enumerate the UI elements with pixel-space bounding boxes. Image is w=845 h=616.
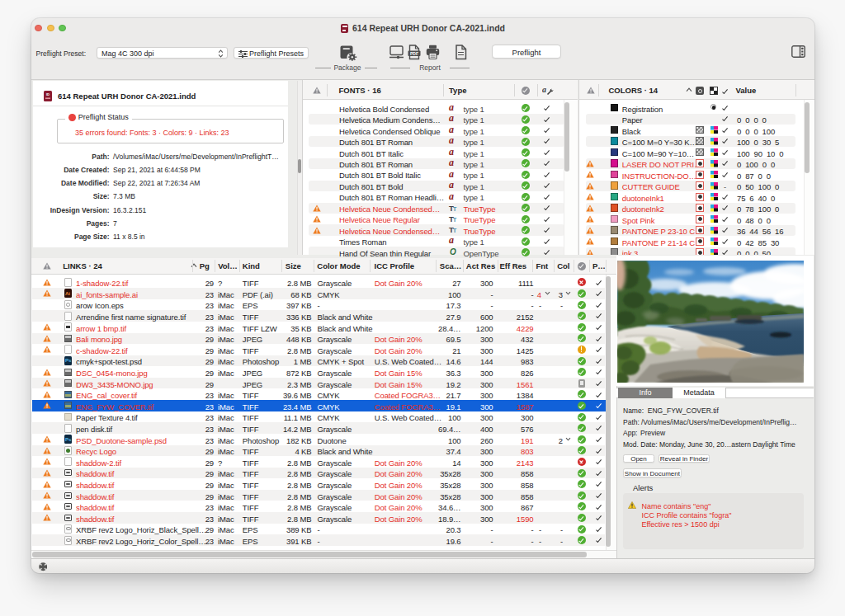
svg-text:PDF: PDF bbox=[410, 51, 418, 56]
svg-text:a: a bbox=[542, 85, 546, 94]
svg-text:ID: ID bbox=[45, 92, 49, 96]
